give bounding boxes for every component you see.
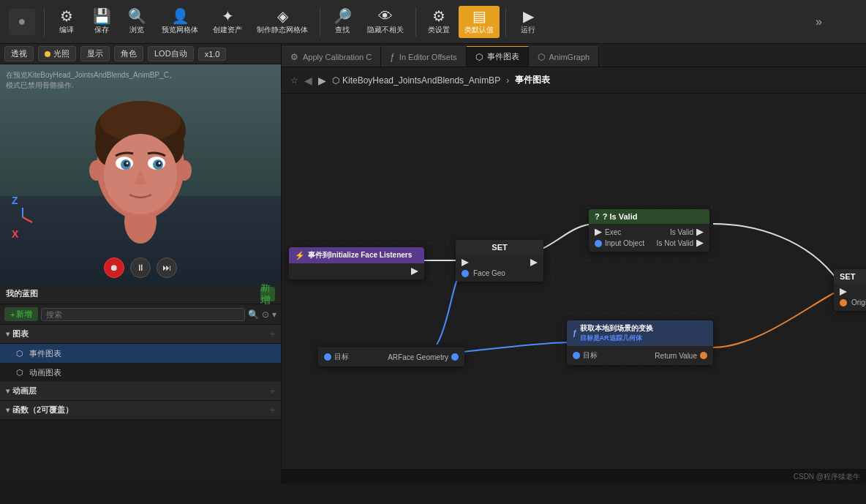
node-row-exec: Exec Is Valid	[589, 227, 709, 238]
lighting-btn[interactable]: 光照	[38, 46, 76, 61]
node-set-original[interactable]: SET Original Transform	[834, 269, 866, 311]
hide-irrelevant-button[interactable]: 👁 隐藏不相关	[361, 6, 410, 38]
node-get-transform-header: ƒ 获取本地到场景的变换 目标是AR追踪几何体	[567, 320, 713, 346]
record-button[interactable]: ⏺	[104, 257, 124, 278]
anim-layer-add-icon[interactable]: +	[270, 386, 275, 396]
svg-point-16	[177, 160, 192, 181]
search-input[interactable]	[41, 308, 245, 321]
exec-out-pin	[530, 259, 538, 266]
app-logo: ●	[9, 9, 35, 35]
toolbar-left-group: ●	[6, 9, 38, 35]
new-add-btn-small[interactable]: + 新增	[4, 307, 38, 321]
node-row-facegeo: Face Geo	[456, 268, 543, 279]
tab-in-editor-offsets[interactable]: ƒ In Editor Offsets	[381, 46, 466, 67]
svg-point-14	[159, 162, 161, 165]
breadcrumb-bar: ☆ ◀ ▶ ⬡ KiteBoyHead_JointsAndBlends_Anim…	[282, 67, 866, 94]
exec-out-pin	[411, 268, 418, 275]
step-forward-button[interactable]: ⏭	[157, 257, 177, 278]
breadcrumb-star-icon[interactable]: ☆	[290, 75, 298, 86]
graphs-section-header: ▾ 图表 +	[0, 325, 281, 344]
browse-button[interactable]: 🔍 浏览	[121, 6, 153, 38]
search-magnifier-icon[interactable]: 🔍	[248, 309, 259, 320]
viewport-axis: Z X	[12, 195, 34, 240]
perspective-btn[interactable]: 透视	[4, 46, 34, 61]
node-is-valid-body: Exec Is Valid Input Object I	[589, 224, 709, 252]
anim-layer-section-header: ▾ 动画层 +	[0, 382, 281, 401]
right-panel: ⚙ Apply Calibration C ƒ In Editor Offset…	[282, 44, 866, 484]
graphs-add-icon[interactable]: +	[270, 329, 275, 339]
function-icon: ƒ	[573, 329, 577, 337]
node-row-arface: 目标 ARFace Geometry	[318, 350, 464, 364]
separator-2	[320, 7, 320, 37]
display-btn[interactable]: 显示	[80, 46, 110, 61]
tabs-bar: ⚙ Apply Calibration C ƒ In Editor Offset…	[282, 44, 866, 67]
svg-point-15	[89, 160, 104, 181]
event-graph-icon: ⬡	[15, 348, 25, 358]
status-right: CSDN @程序猿老牛	[794, 472, 860, 482]
node-is-valid[interactable]: ? ? Is Valid Exec Is Valid	[589, 209, 709, 252]
hide-irrelevant-icon: 👁	[378, 9, 393, 23]
graphs-collapse-icon[interactable]: ▾	[6, 330, 10, 338]
compile-button[interactable]: ⚙ 编译	[50, 6, 83, 38]
functions-collapse-icon[interactable]: ▾	[6, 406, 10, 414]
axis-lines	[12, 206, 34, 228]
arface-out-pin	[451, 353, 459, 361]
node-initialize-face-body	[289, 263, 424, 279]
node-row-original-transform: Original Transform	[834, 297, 866, 308]
preview-mesh-button[interactable]: 👤 预览网格体	[156, 6, 204, 38]
separator-4	[505, 7, 506, 37]
separator-1	[44, 7, 45, 37]
toolbar-expand-button[interactable]: »	[810, 12, 828, 31]
node-set-face-geo-body: Face Geo	[456, 255, 543, 282]
class-defaults-button[interactable]: ▤ 类默认值	[459, 6, 500, 38]
class-settings-button[interactable]: ⚙ 类设置	[422, 6, 456, 38]
node-set-original-body: Original Transform	[834, 284, 866, 311]
breadcrumb-forward-icon[interactable]: ▶	[318, 75, 326, 86]
tab-calibration[interactable]: ⚙ Apply Calibration C	[282, 46, 381, 67]
viewport-sub-toolbar: 透视 光照 显示 角色 LOD自动 x1.0	[0, 44, 281, 64]
pause-button[interactable]: ⏸	[130, 257, 151, 278]
event-graph-item[interactable]: ⬡ 事件图表	[0, 344, 281, 363]
tab-event-graph[interactable]: ⬡ 事件图表	[467, 46, 529, 67]
save-button[interactable]: 💾 保存	[86, 6, 118, 38]
scale-btn[interactable]: x1.0	[198, 48, 227, 61]
functions-add-icon[interactable]: +	[270, 405, 275, 415]
breadcrumb-back-icon[interactable]: ◀	[304, 75, 312, 86]
x-axis-label: X	[12, 228, 34, 240]
node-target-arface[interactable]: 目标 ARFace Geometry	[318, 345, 464, 366]
blueprint-canvas[interactable]: ⚡ 事件到Initialize Face Listeners SET	[282, 94, 866, 469]
functions-section-header: ▾ 函数（2可覆盖） +	[0, 401, 281, 420]
anim-graph-item[interactable]: ⬡ 动画图表	[0, 363, 281, 382]
svg-line-18	[23, 217, 32, 222]
find-button[interactable]: 🔎 查找	[326, 6, 358, 38]
breadcrumb-current: 事件图表	[515, 74, 550, 86]
angle-btn[interactable]: 角色	[114, 46, 143, 61]
viewport: 在预览KiteBoyHead_JointsAndBlends_AnimBP_C。…	[0, 64, 281, 284]
anim-layer-collapse-icon[interactable]: ▾	[6, 387, 10, 395]
node-initialize-face[interactable]: ⚡ 事件到Initialize Face Listeners	[289, 247, 424, 279]
create-asset-icon: ✦	[222, 9, 234, 23]
viewport-overlay: 在预览KiteBoyHead_JointsAndBlends_AnimBP_C。…	[6, 70, 176, 91]
search-row: + 新增 🔍 ⊙ ▾	[0, 304, 281, 325]
lighting-dot	[45, 51, 50, 57]
create-static-button[interactable]: ◈ 制作静态网格体	[251, 6, 314, 38]
in-editor-offsets-tab-icon: ƒ	[390, 52, 395, 62]
return-value-pin	[700, 352, 707, 359]
viewport-controls: ⏺ ⏸ ⏭	[104, 257, 177, 278]
breadcrumb-blueprint: ⬡ KiteBoyHead_JointsAndBlends_AnimBP	[332, 75, 500, 86]
target-pin	[573, 352, 580, 359]
filter-icon[interactable]: ⊙	[262, 309, 269, 320]
blueprint-icon: ⬡	[332, 75, 339, 86]
create-asset-button[interactable]: ✦ 创建资产	[207, 6, 248, 38]
is-not-valid-out-pin	[696, 240, 704, 247]
blueprint-panel: 我的蓝图 新增 + 新增 🔍 ⊙ ▾ ▾ 图表 + ⬡ 事件图表	[0, 284, 281, 484]
run-button[interactable]: ▶ 运行	[512, 6, 544, 38]
lod-btn[interactable]: LOD自动	[148, 46, 194, 61]
new-add-button[interactable]: 新增	[260, 287, 275, 301]
more-options-icon[interactable]: ▾	[272, 309, 276, 320]
anim-graph-tab-icon: ⬡	[538, 52, 545, 62]
exec-in-pin	[840, 288, 847, 296]
node-set-face-geo[interactable]: SET Face Geo	[456, 240, 543, 282]
node-get-transform[interactable]: ƒ 获取本地到场景的变换 目标是AR追踪几何体 目标 Return Value	[567, 320, 713, 365]
tab-anim-graph[interactable]: ⬡ AnimGraph	[529, 46, 600, 67]
